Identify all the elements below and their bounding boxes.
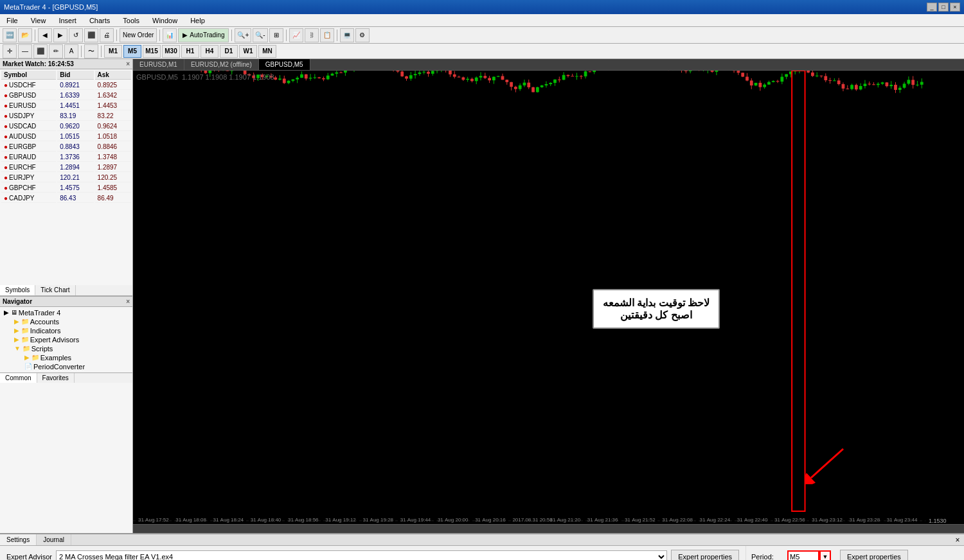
print-btn[interactable]: 🖨 — [100, 28, 114, 42]
tester-right-col: Period: ▼ Expert properties Spread: ▼ Sy… — [745, 546, 964, 560]
chart-scrollbar[interactable] — [133, 524, 964, 533]
chart-tab-eurusd-m2[interactable]: EURUSD,M2 (offline) — [184, 59, 259, 70]
tree-item-metatrader-4[interactable]: ▶ 🖥MetaTrader 4 — [1, 308, 131, 317]
mw-ask: 1.0518 — [95, 132, 131, 141]
new-order-btn[interactable]: New Order — [120, 28, 157, 42]
fib-btn[interactable]: 〜 — [84, 44, 98, 58]
toolbar1: 🆕 📂 ◀ ▶ ↺ ⬛ 🖨 New Order 📊 ▶ AutoTrading … — [0, 27, 964, 44]
mw-ask: 86.49 — [95, 194, 131, 203]
mw-bid: 1.2894 — [57, 163, 93, 172]
tester-tab-settings[interactable]: Settings — [0, 534, 37, 545]
expert-properties-btn[interactable]: Expert properties — [671, 550, 739, 560]
open-btn[interactable]: 📂 — [18, 28, 32, 42]
period-sep-btn[interactable]: ⧚ — [305, 28, 319, 42]
indicators-btn[interactable]: 📈 — [289, 28, 303, 42]
mw-row[interactable]: ●GBPCHF 1.4575 1.4585 — [1, 184, 131, 193]
grid-btn[interactable]: ⊞ — [269, 28, 283, 42]
mw-bid: 83.19 — [57, 112, 93, 121]
chart-type-bar[interactable]: 📊 — [163, 28, 177, 42]
mw-row[interactable]: ●AUDUSD 1.0515 1.0518 — [1, 132, 131, 141]
period-input[interactable] — [787, 550, 819, 560]
stop-btn[interactable]: ⬛ — [84, 28, 98, 42]
tree-item-indicators[interactable]: ▶ 📁Indicators — [1, 326, 131, 335]
tree-item-scripts[interactable]: ▼ 📁Scripts — [1, 344, 131, 353]
market-watch-header: Market Watch: 16:24:53 × — [0, 59, 132, 69]
chart-canvas: لاحظ توقيت بداية الشمعه اصبح كل دقيقتين — [133, 71, 964, 524]
line-btn[interactable]: — — [18, 44, 32, 58]
maximize-btn[interactable]: □ — [938, 3, 949, 12]
tf-m5[interactable]: M5 — [123, 45, 141, 58]
tf-mn[interactable]: MN — [258, 45, 276, 58]
forward-btn[interactable]: ▶ — [53, 28, 67, 42]
zoom-in-btn[interactable]: 🔍+ — [235, 28, 251, 42]
new-btn[interactable]: 🆕 — [3, 28, 17, 42]
tf-h4[interactable]: H4 — [201, 45, 219, 58]
draw-btn[interactable]: ✏ — [49, 44, 63, 58]
mw-symbol: ●GBPCHF — [1, 184, 56, 193]
red-arrow — [805, 446, 856, 486]
chart-tab-eurusd-m1[interactable]: EURUSD,M1 — [133, 59, 184, 70]
back-btn[interactable]: ◀ — [38, 28, 52, 42]
mw-row[interactable]: ●EURJPY 120.21 120.25 — [1, 173, 131, 182]
mw-symbol: ●EURAUD — [1, 153, 56, 162]
close-btn[interactable]: × — [950, 3, 960, 12]
menu-file[interactable]: File — [3, 15, 22, 26]
ea-select[interactable]: 2 MA Crosses Mega filter EA V1.ex4 — [56, 550, 667, 560]
left-panel: Market Watch: 16:24:53 × Symbol Bid Ask … — [0, 59, 133, 533]
svg-line-1 — [811, 449, 843, 478]
tree-item-accounts[interactable]: ▶ 📁Accounts — [1, 317, 131, 326]
expert-props-btn2[interactable]: Expert properties — [840, 550, 908, 560]
crosshair-btn[interactable]: ✛ — [3, 44, 17, 58]
mw-ask: 0.8846 — [95, 143, 131, 152]
tree-item-periodconverter[interactable]: 📄PeriodConverter — [1, 362, 131, 371]
mw-row[interactable]: ●USDJPY 83.19 83.22 — [1, 112, 131, 121]
col-ask: Ask — [95, 71, 131, 80]
nav-tree: ▶ 🖥MetaTrader 4▶ 📁Accounts▶ 📁Indicators▶… — [0, 307, 132, 372]
mw-row[interactable]: ●EURCHF 1.2894 1.2897 — [1, 163, 131, 172]
navigator-close[interactable]: × — [126, 298, 130, 305]
tf-d1[interactable]: D1 — [220, 45, 238, 58]
menu-help[interactable]: Help — [186, 15, 209, 26]
tree-item-examples[interactable]: ▶ 📁Examples — [1, 353, 131, 362]
template-btn[interactable]: 📋 — [320, 28, 334, 42]
tf-w1[interactable]: W1 — [239, 45, 257, 58]
mw-row[interactable]: ●USDCHF 0.8921 0.8925 — [1, 81, 131, 90]
mw-row[interactable]: ●USDCAD 0.9620 0.9624 — [1, 122, 131, 131]
tester-tab-journal[interactable]: Journal — [37, 534, 71, 545]
toolbar2: ✛ — ⬛ ✏ A 〜 M1 M5 M15 M30 H1 H4 D1 W1 MN — [0, 44, 964, 59]
text-btn[interactable]: A — [64, 44, 78, 58]
tf-m15[interactable]: M15 — [143, 45, 161, 58]
auto-trading-btn[interactable]: ▶ AutoTrading — [178, 28, 229, 42]
tf-m30[interactable]: M30 — [162, 45, 180, 58]
period-btn[interactable]: ▼ — [819, 550, 831, 560]
settings-btn[interactable]: ⚙ — [355, 28, 370, 42]
menu-window[interactable]: Window — [148, 15, 181, 26]
mw-bid: 1.4575 — [57, 184, 93, 193]
mw-row[interactable]: ●EURUSD 1.4451 1.4453 — [1, 101, 131, 110]
nav-tab-common[interactable]: Common — [0, 373, 37, 383]
mw-row[interactable]: ●EURGBP 0.8843 0.8846 — [1, 143, 131, 152]
menu-view[interactable]: View — [27, 15, 50, 26]
mw-row[interactable]: ●CADJPY 86.43 86.49 — [1, 194, 131, 203]
chart-tab-gbpusd-m5[interactable]: GBPUSD,M5 — [259, 59, 310, 70]
tf-m1[interactable]: M1 — [104, 45, 122, 58]
terminal-btn[interactable]: 💻 — [340, 28, 354, 42]
mw-row[interactable]: ●EURAUD 1.3736 1.3748 — [1, 153, 131, 162]
mw-tab-tick[interactable]: Tick Chart — [35, 285, 75, 295]
menu-insert[interactable]: Insert — [55, 15, 80, 26]
mw-bid: 1.0515 — [57, 132, 93, 141]
zoom-out-btn[interactable]: 🔍- — [253, 28, 267, 42]
menu-charts[interactable]: Charts — [85, 15, 114, 26]
tester-form: Expert Advisor 2 MA Crosses Mega filter … — [0, 546, 745, 560]
hline-btn[interactable]: ⬛ — [33, 44, 48, 58]
refresh-btn[interactable]: ↺ — [69, 28, 83, 42]
nav-tab-favorites[interactable]: Favorites — [37, 373, 75, 383]
market-watch-close[interactable]: × — [126, 60, 130, 67]
mw-tab-symbols[interactable]: Symbols — [0, 285, 35, 295]
mw-row[interactable]: ●GBPUSD 1.6339 1.6342 — [1, 91, 131, 100]
tester-close-btn[interactable]: × — [952, 535, 963, 545]
minimize-btn[interactable]: _ — [927, 3, 937, 12]
tf-h1[interactable]: H1 — [181, 45, 199, 58]
tree-item-expert-advisors[interactable]: ▶ 📁Expert Advisors — [1, 335, 131, 344]
menu-tools[interactable]: Tools — [119, 15, 143, 26]
